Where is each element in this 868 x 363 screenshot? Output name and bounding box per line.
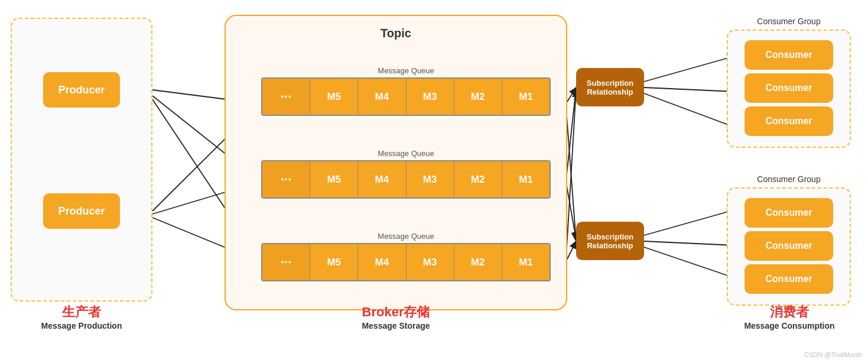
- svg-line-9: [566, 241, 576, 261]
- mq-cell-m2-3: M2: [454, 244, 502, 280]
- mq-cell-dots-1: ···: [262, 79, 310, 115]
- mq-cell-m2-2: M2: [454, 161, 502, 197]
- producer-box-2: Producer: [43, 193, 120, 229]
- diagram-container: Producer Producer 生产者 Message Production…: [0, 0, 868, 363]
- broker-section-labels: Broker存储 Message Storage: [225, 303, 567, 330]
- consumer-group-2-box: Consumer Consumer Consumer: [727, 187, 851, 306]
- consumer-group-1-box: Consumer Consumer Consumer: [727, 30, 851, 148]
- mq-row-3: ··· M5 M4 M3 M2 M1: [261, 243, 551, 281]
- mq-cell-m1-2: M1: [502, 161, 550, 197]
- svg-line-15: [644, 93, 734, 127]
- consumer-1-3: Consumer: [745, 106, 833, 136]
- mq-cell-m4-3: M4: [358, 244, 406, 280]
- message-queue-1: Message Queue ··· M5 M4 M3 M2 M1: [261, 66, 551, 116]
- producer-section: Producer Producer: [11, 18, 152, 302]
- mq-cell-m3-3: M3: [407, 244, 454, 280]
- mq-label-3: Message Queue: [261, 232, 551, 241]
- mq-cell-dots-3: ···: [262, 244, 310, 280]
- consumer-2-1: Consumer: [745, 198, 833, 228]
- producer-chinese-label: 生产者: [11, 303, 152, 321]
- consumer-group-2-label-area: Consumer Group Consumer Consumer Consume…: [727, 174, 851, 306]
- consumer-group-2-label: Consumer Group: [727, 174, 851, 184]
- sub-rel-label-2: SubscriptionRelationship: [587, 232, 633, 250]
- svg-line-11: [566, 182, 576, 239]
- consumer-english-label: Message Consumption: [721, 321, 857, 330]
- svg-line-17: [644, 241, 734, 245]
- broker-english-label: Message Storage: [225, 321, 567, 330]
- consumer-section-labels: 消费者 Message Consumption: [721, 303, 857, 330]
- mq-cell-m5-1: M5: [310, 79, 358, 115]
- watermark: CSDN @ThatMonth: [804, 351, 862, 358]
- consumer-chinese-label: 消费者: [721, 303, 857, 321]
- svg-line-10: [566, 108, 576, 241]
- consumer-2-3: Consumer: [745, 264, 833, 294]
- svg-line-7: [566, 87, 576, 103]
- consumer-group-1-label-area: Consumer Group Consumer Consumer Consume…: [727, 17, 851, 148]
- broker-section: Topic Message Queue ··· M5 M4 M3 M2 M1 M…: [225, 15, 567, 310]
- svg-line-12: [566, 90, 576, 259]
- mq-cell-m5-3: M5: [310, 244, 358, 280]
- subscription-relationship-2: SubscriptionRelationship: [576, 222, 644, 260]
- subscription-relationship-1: SubscriptionRelationship: [576, 68, 644, 106]
- mq-cell-m2-1: M2: [454, 79, 502, 115]
- mq-cell-m1-3: M1: [502, 244, 550, 280]
- mq-row-1: ··· M5 M4 M3 M2 M1: [261, 77, 551, 116]
- consumer-group-1-label: Consumer Group: [727, 17, 851, 26]
- message-queue-2: Message Queue ··· M5 M4 M3 M2 M1: [261, 149, 551, 199]
- message-queue-3: Message Queue ··· M5 M4 M3 M2 M1: [261, 232, 551, 281]
- svg-line-16: [644, 210, 734, 235]
- mq-cell-m5-2: M5: [310, 161, 358, 197]
- producer-label-2: Producer: [58, 205, 105, 218]
- consumer-1-2: Consumer: [745, 73, 833, 103]
- svg-line-18: [644, 247, 734, 278]
- mq-cell-m4-1: M4: [358, 79, 406, 115]
- producer-section-labels: 生产者 Message Production: [11, 303, 152, 330]
- topic-label: Topic: [381, 27, 411, 40]
- mq-cell-dots-2: ···: [262, 161, 310, 197]
- mq-cell-m3-1: M3: [407, 79, 454, 115]
- broker-chinese-label: Broker存储: [225, 303, 567, 321]
- consumer-2-2: Consumer: [745, 231, 833, 261]
- mq-cell-m1-1: M1: [502, 79, 550, 115]
- svg-line-8: [566, 87, 576, 180]
- mq-label-2: Message Queue: [261, 149, 551, 158]
- mq-cell-m3-2: M3: [407, 161, 454, 197]
- producer-box-1: Producer: [43, 72, 120, 108]
- svg-line-14: [644, 87, 734, 92]
- mq-label-1: Message Queue: [261, 66, 551, 75]
- producer-english-label: Message Production: [11, 321, 152, 330]
- svg-line-13: [644, 56, 734, 82]
- mq-row-2: ··· M5 M4 M3 M2 M1: [261, 160, 551, 199]
- mq-cell-m4-2: M4: [358, 161, 406, 197]
- sub-rel-label-1: SubscriptionRelationship: [587, 79, 633, 96]
- consumer-1-1: Consumer: [745, 40, 833, 70]
- producer-label-1: Producer: [58, 84, 105, 96]
